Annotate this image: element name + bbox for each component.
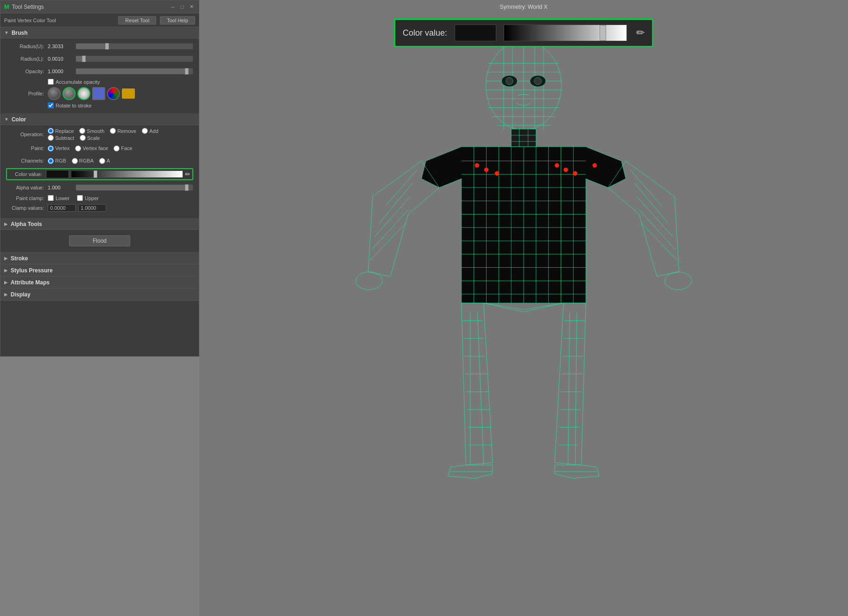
flood-button[interactable]: Flood (69, 235, 130, 246)
svg-line-80 (568, 312, 570, 465)
accumulate-checkbox[interactable] (48, 79, 54, 85)
channel-a-radio[interactable] (99, 158, 105, 164)
paint-vface-radio[interactable] (75, 145, 81, 151)
operation-replace-label[interactable]: Replace (48, 128, 74, 134)
display-label: Display (11, 291, 31, 298)
operation-scale-radio[interactable] (80, 135, 86, 141)
radius-u-row: Radius(U): 2.3033 (6, 41, 193, 51)
rotate-checkbox[interactable] (48, 102, 54, 108)
overlay-slider-thumb[interactable] (600, 25, 606, 41)
alpha-value[interactable]: 1.000 (48, 185, 76, 190)
accumulate-label: Accumulate opacity (56, 79, 100, 85)
svg-line-51 (380, 183, 413, 223)
operation-smooth-radio[interactable] (79, 128, 85, 134)
operation-remove-radio[interactable] (110, 128, 116, 134)
alpha-tools-arrow-icon: ▶ (4, 221, 8, 226)
paint-label: Paint: (6, 145, 48, 151)
lower-checkbox[interactable] (48, 195, 54, 201)
svg-line-50 (386, 170, 417, 206)
operation-remove-label[interactable]: Remove (110, 128, 136, 134)
svg-rect-18 (511, 129, 536, 147)
color-section-header[interactable]: ▼ Color (0, 114, 199, 125)
radius-u-value[interactable]: 2.3033 (48, 44, 76, 49)
attribute-maps-section-header[interactable]: ▶ Attribute Maps (0, 277, 199, 289)
paint-face-radio[interactable] (114, 145, 120, 151)
restore-button[interactable]: □ (178, 3, 186, 11)
svg-point-47 (563, 168, 568, 172)
color-picker-icon[interactable]: ✏ (185, 170, 190, 178)
brush-section-label: Brush (12, 30, 28, 36)
paint-vertex-label[interactable]: Vertex (48, 145, 70, 151)
clamp-lower-input[interactable] (48, 204, 76, 212)
radius-u-slider[interactable] (76, 43, 193, 50)
close-button[interactable]: ✕ (188, 3, 195, 11)
operation-add-radio[interactable] (142, 128, 148, 134)
alpha-tools-section-header[interactable]: ▶ Alpha Tools (0, 219, 199, 230)
paint-vface-label[interactable]: Vertex face (75, 145, 108, 151)
channel-a-label[interactable]: A (99, 158, 110, 164)
opacity-thumb[interactable] (185, 68, 189, 75)
profile-btn-1[interactable] (48, 87, 61, 100)
color-arrow-icon: ▼ (4, 117, 9, 122)
opacity-fill (76, 69, 187, 74)
svg-point-45 (495, 171, 500, 176)
rotate-row: Rotate to stroke (48, 102, 193, 108)
alpha-tools-label: Alpha Tools (11, 221, 42, 227)
paint-face-label[interactable]: Face (114, 145, 132, 151)
opacity-value[interactable]: 1.0000 (48, 69, 76, 74)
panel-title: Tool Settings (12, 4, 169, 10)
channel-rgba-label[interactable]: RGBA (72, 158, 94, 164)
operation-subtract-label[interactable]: Subtract (48, 135, 74, 141)
alpha-tools-content: Flood (0, 230, 199, 252)
channel-rgb-label[interactable]: RGB (48, 158, 66, 164)
panel-body: ▼ Brush Radius(U): 2.3033 Radius(L): 0.0… (0, 27, 199, 356)
color-slider-thumb[interactable] (94, 170, 97, 178)
channel-rgb-radio[interactable] (48, 158, 54, 164)
display-section-header[interactable]: ▶ Display (0, 289, 199, 301)
profile-btn-2[interactable] (63, 87, 76, 100)
operation-smooth-label[interactable]: Smooth (79, 128, 104, 134)
color-slider[interactable] (71, 170, 183, 178)
window-controls: ─ □ ✕ (169, 3, 195, 11)
color-swatch[interactable] (46, 170, 69, 178)
radius-u-thumb[interactable] (105, 43, 109, 50)
opacity-slider[interactable] (76, 68, 193, 75)
operation-replace-radio[interactable] (48, 128, 54, 134)
profile-btn-multi[interactable] (107, 87, 120, 100)
panel-toolbar: Paint Vertex Color Tool Reset Tool Tool … (0, 13, 199, 27)
paint-clamp-row: Paint clamp: Lower Upper (6, 195, 193, 201)
svg-line-52 (375, 196, 411, 236)
reset-tool-button[interactable]: Reset Tool (118, 16, 156, 25)
channels-row: Channels: RGB RGBA A (6, 156, 193, 166)
overlay-picker-icon[interactable]: ✏ (636, 27, 645, 39)
radius-l-value[interactable]: 0.0010 (48, 56, 76, 62)
alpha-thumb[interactable] (185, 184, 189, 191)
stylus-section-header[interactable]: ▶ Stylus Pressure (0, 264, 199, 277)
paint-row: Paint: Vertex Vertex face Face (6, 143, 193, 153)
paint-vertex-radio[interactable] (48, 145, 54, 151)
upper-checkbox[interactable] (77, 195, 83, 201)
brush-section-header[interactable]: ▼ Brush (0, 27, 199, 38)
upper-label: Upper (85, 195, 99, 201)
operation-subtract-radio[interactable] (48, 135, 54, 141)
clamp-upper-input[interactable] (78, 204, 106, 212)
operation-add-label[interactable]: Add (142, 128, 158, 134)
profile-row: Profile: (6, 87, 193, 100)
radius-l-slider[interactable] (76, 56, 193, 62)
alpha-slider[interactable] (76, 184, 193, 191)
svg-line-59 (641, 223, 678, 261)
radius-l-thumb[interactable] (82, 56, 86, 62)
overlay-color-slider[interactable] (504, 25, 627, 41)
profile-btn-square[interactable] (92, 87, 105, 100)
alpha-fill (76, 185, 187, 190)
minimize-button[interactable]: ─ (169, 3, 177, 11)
overlay-color-swatch[interactable] (455, 25, 496, 41)
operation-scale-label[interactable]: Scale (80, 135, 100, 141)
opacity-label: Opacity: (6, 69, 48, 74)
tool-help-button[interactable]: Tool Help (160, 16, 195, 25)
channel-rgba-radio[interactable] (72, 158, 78, 164)
profile-label: Profile: (6, 91, 48, 96)
stroke-section-header[interactable]: ▶ Stroke (0, 252, 199, 264)
profile-folder-btn[interactable] (122, 88, 135, 99)
profile-btn-3[interactable] (77, 87, 90, 100)
